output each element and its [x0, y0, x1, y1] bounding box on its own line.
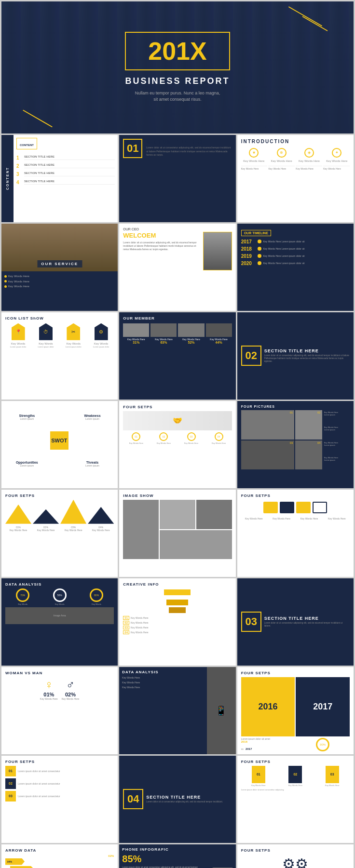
arrow-data-slide: ARROW DATA 02% 04% ⬆ 03% [1, 844, 118, 868]
gear-image: ⚙⚙ [241, 855, 350, 868]
phone-slide: PHONE INFOGRAFIC 85% Lorem ipsum dolor s… [119, 844, 235, 868]
puzzle-2 [280, 502, 294, 513]
fs5-item-1: 01 Lorem ipsum dolor sit amet consectetu… [5, 766, 114, 776]
arrow-item-1: 02% [5, 855, 114, 857]
section02-num: 02 [241, 346, 261, 366]
member-1: Key Words Here 31% [123, 323, 149, 344]
image-show-slide: IMAGE SHOW [119, 490, 235, 577]
icon-list-shape-1: 📍 [12, 323, 25, 340]
year-pct: 90% [316, 738, 329, 751]
section01-slide: 01 SECTION TITLE HERE Lorem dolor sit ut… [119, 135, 235, 222]
swot-strengths: Strengths Lorem ipsum [5, 414, 49, 420]
hero-year: 201X [125, 32, 230, 70]
intro-title: INTRODUCTION [241, 139, 350, 144]
da1-circle-1: 70% Key Words [16, 588, 29, 605]
year-2016: 2016 [241, 677, 295, 737]
content-item-1: 1 SECTION TITLE HERE [16, 155, 115, 160]
four-steps-1-slide: FOUR SETPS 🤝 01 Key Words Here 02 Key Wo… [119, 401, 235, 488]
service-slide: OUR SERVICE Key Words Here Key Words Her… [1, 224, 118, 311]
timeline-label: OUR TIMELINE [241, 230, 271, 236]
service-item-1: Key Words Here [4, 274, 115, 278]
da1-circle-2: 50% Key Words [53, 588, 67, 605]
fs5-item-2: 02 Lorem ipsum dolor sit amet consectetu… [5, 778, 114, 789]
timeline-2018: 2018 Key Words Here Lorem ipsum dolor si… [241, 246, 350, 252]
section01-desc: Lorem dolor sit ut consectetur adipiscin… [146, 146, 232, 157]
mountain-slide: FOUR SETPS 01%Key Words Here 02%Key Word… [1, 490, 118, 577]
ceo-photo [203, 232, 232, 270]
wm-title: WOMAN VS MAN [5, 671, 114, 675]
year-compare-slide: FOUR SETPS 2016 2017 Lorem ipsum dolor s… [237, 667, 354, 754]
section02-title: SECTION TITLE HERE [264, 348, 350, 353]
hero-subtitle: Nullam eu tempor purus. Nunc a leo magna… [125, 90, 230, 103]
ceo-desc: Lorem dolor sit ut consectetur adipiscin… [123, 241, 200, 251]
content-box-label: CONTENT [20, 144, 34, 147]
mountain-title: FOUR SETPS [5, 494, 114, 498]
phone-pct: 85% [122, 854, 204, 865]
handshake-image: 🤝 [123, 411, 232, 430]
gear-slide: FOUR SETPS ⚙⚙ Key Words Here Key Words H… [237, 844, 354, 868]
yc-title: FOUR SETPS [241, 671, 350, 675]
icon-list-shape-4: ⚙ [95, 323, 108, 340]
da2-title: DATA ANALYSIS [122, 670, 204, 674]
service-item-2: Key Words Here [4, 280, 115, 283]
phone-title: PHONE INFOGRAFIC [122, 847, 204, 852]
section04-title: SECTION TITLE HERE [146, 795, 223, 800]
ceo-name: WELCOEM [123, 232, 200, 239]
man-figure: ♂ 02% Key Words Here [62, 678, 80, 700]
section01-num: 01 [123, 139, 142, 158]
intro-slide: INTRODUCTION ★ Key Words Here ⊕ Key Word… [237, 135, 354, 222]
member-title: OUR MEMBER [123, 316, 232, 320]
timeline-2020: 2020 Key Words Here Lorem ipsum dolor si… [241, 261, 350, 266]
arrow-item-3: ⬆ [10, 866, 114, 868]
ci-title: CREATIVE INFO [123, 582, 232, 587]
hero-slide: 201X BUSINESS REPORT Nullam eu tempor pu… [1, 1, 354, 134]
swot-weakness: Weakness Lorem ipsum [71, 414, 114, 420]
four-steps-puzzle-slide: FOUR SETPS Key Words Here Key Words Here… [237, 490, 354, 577]
icon-list-item-1: 📍 Key Words Lorem ipsum dolor [10, 323, 26, 348]
da1-circle-3: 80% Key Words [90, 588, 103, 605]
icon-list-shape-3: ✂ [67, 323, 80, 340]
step-4: 04 Key Words Here [212, 432, 226, 444]
service-item-3: Key Words Here [4, 284, 115, 288]
data-analysis-1-slide: DATA ANALYSIS 70% Key Words 50% Key Word… [1, 578, 118, 666]
icon-list-slide: ICON LIST ShOW 📍 Key Words Lorem ipsum d… [1, 312, 118, 400]
member-3: Key Words Here 52% [178, 323, 204, 344]
arrow-title: ARROW DATA [5, 848, 114, 853]
four-steps-puzzle-title: FOUR SETPS [241, 494, 350, 498]
da1-title: DATA ANALYSIS [5, 582, 114, 587]
section03-num: 03 [241, 612, 261, 632]
member-slide: OUR MEMBER Key Words Here 31% Key Words … [119, 312, 235, 400]
puzzle-3 [296, 502, 311, 513]
timeline-slide: OUR TIMELINE 2017 Key Words Here Lorem i… [237, 224, 354, 311]
content-label: CONTENT [1, 135, 14, 222]
content-slide: CONTENT CONTENT 1 SECTION TITLE HERE 2 S… [1, 135, 118, 222]
puzzle-1 [263, 502, 278, 513]
data-analysis-2-slide: DATA ANALYSIS Key Words Here Key Words H… [119, 667, 235, 754]
swot-slide: Strengths Lorem ipsum Weakness Lorem ips… [1, 401, 118, 488]
four-steps-5-slide: FOUR SETPS 01 Lorem ipsum dolor sit amet… [1, 756, 118, 843]
swot-opportunities: Opportunities Lorem ipsum [5, 461, 49, 467]
puzzle-4 [313, 502, 327, 513]
swot-threats: Threats Lorem ipsum [71, 461, 114, 467]
swot-center: SWOT [50, 431, 68, 450]
section04-desc: Lorem dolor sit ut consectetur adipiscin… [146, 801, 223, 803]
fs5-item-3: 03 Lorem ipsum dolor sit amet consectetu… [5, 791, 114, 801]
step-1: 01 Key Words Here [129, 432, 143, 444]
hero-title: BUSINESS REPORT [125, 76, 230, 86]
icon-list-title: ICON LIST ShOW [5, 316, 114, 320]
section01-title: SECTION TITLE HERE [146, 139, 232, 145]
section03-slide: 03 SECTION TITLE HERE Lorem dolor sit ut… [237, 578, 354, 666]
four-steps-1-title: FOUR SETPS [123, 405, 232, 409]
ceo-label: OUR CEO [123, 227, 232, 231]
four-steps-6-slide: FOUR SETPS 01 Key Words Here 02 Key Word… [237, 756, 354, 843]
icon-list-item-3: ✂ Key Words Lorem ipsum dolor [66, 323, 82, 348]
icon-list-item-2: ⏱ Key Words Lorem ipsum dolor [38, 323, 54, 348]
four-pics-title: FOUR PICTURES [241, 405, 350, 408]
section02-desc: Lorem dolor sit ut consectetur adipiscin… [264, 354, 350, 363]
woman-man-slide: WOMAN VS MAN ♀ 01% Key Words Here ♂ 02% … [1, 667, 118, 754]
step-2: 02 Key Words Here [157, 432, 171, 444]
step-3: 03 Key Words Here [184, 432, 198, 444]
woman-figure: ♀ 01% Key Words Here [40, 678, 58, 700]
section02-slide: 02 SECTION TITLE HERE Lorem dolor sit ut… [237, 312, 354, 400]
section04-num: 04 [123, 789, 143, 809]
